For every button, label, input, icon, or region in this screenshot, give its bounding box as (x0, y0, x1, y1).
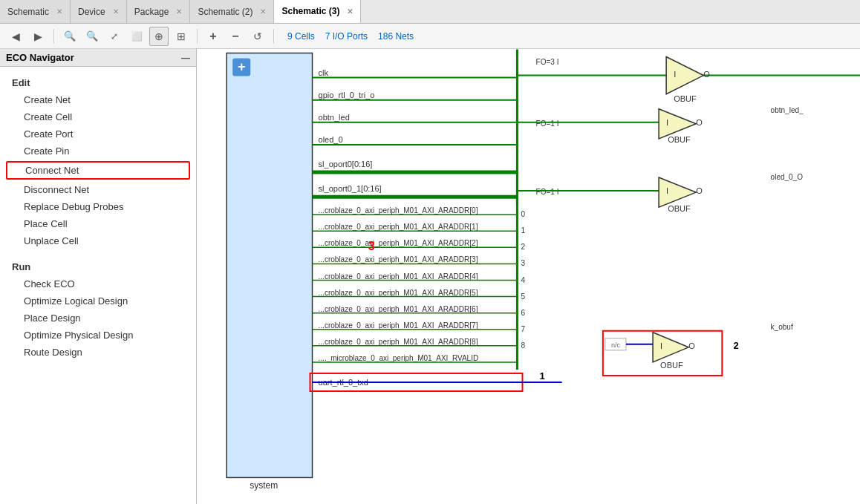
svg-text:oled_0_O: oled_0_O (771, 173, 804, 181)
back-button[interactable]: ◀ (6, 27, 25, 46)
main-layout: ECO Navigator — Edit Create Net Create C… (0, 49, 860, 504)
tab-close-device[interactable]: ✕ (113, 7, 119, 16)
svg-text:n/c: n/c (611, 341, 621, 349)
toolbar-separator-1 (53, 29, 54, 44)
schematic-panel[interactable]: + clk gpio_rtl_0_tri_o obtn_led oled_0 s… (197, 49, 860, 504)
nav-create-net[interactable]: Create Net (0, 91, 196, 108)
remove-button[interactable]: − (226, 27, 245, 46)
ports-stat[interactable]: 7 I/O Ports (325, 31, 368, 42)
tab-label: Device (78, 7, 105, 17)
tab-device[interactable]: Device ✕ (71, 0, 127, 23)
svg-text:I: I (666, 118, 668, 127)
svg-text:clk: clk (319, 68, 329, 77)
svg-text:system: system (250, 480, 278, 491)
nav-replace-debug-probes[interactable]: Replace Debug Probes (0, 198, 196, 215)
crosshair-button[interactable]: ⊕ (149, 27, 169, 46)
svg-text:0: 0 (521, 210, 525, 218)
toolbar-separator-3 (273, 29, 274, 44)
nav-create-pin[interactable]: Create Pin (0, 143, 196, 160)
svg-text:I: I (674, 70, 676, 79)
tab-schematic3[interactable]: Schematic (3) ✕ (274, 0, 361, 23)
tab-close-package[interactable]: ✕ (176, 7, 182, 16)
svg-text:...croblaze_0_axi_periph_M01_A: ...croblaze_0_axi_periph_M01_AXI_ARADDR[… (319, 255, 478, 264)
svg-text:FO=1    I: FO=1 I (536, 120, 559, 128)
nav-place-design[interactable]: Place Design (0, 310, 196, 327)
tab-package[interactable]: Package ✕ (127, 0, 191, 23)
panel-title: ECO Navigator (6, 52, 74, 63)
svg-text:...croblaze_0_axi_periph_M01_A: ...croblaze_0_axi_periph_M01_AXI_ARADDR[… (319, 223, 478, 231)
nav-check-eco[interactable]: Check ECO (0, 275, 196, 292)
svg-text:OBUF: OBUF (660, 361, 683, 370)
schematic-toolbar: ◀ ▶ 🔍 🔍 ⤢ ⬜ ⊕ ⊞ + − ↺ 9 Cells 7 I/O Port… (0, 24, 860, 49)
svg-rect-1 (227, 53, 312, 477)
svg-text:7: 7 (521, 325, 525, 333)
svg-text:...croblaze_0_axi_periph_M01_A: ...croblaze_0_axi_periph_M01_AXI_ARADDR[… (319, 338, 478, 346)
panel-header: ECO Navigator — (0, 49, 196, 67)
svg-text:I: I (660, 341, 662, 350)
tab-label: Schematic (7, 7, 49, 17)
svg-text:OBUF: OBUF (668, 135, 691, 144)
nets-stat[interactable]: 186 Nets (378, 31, 414, 42)
svg-text:sl_oport0_1[0:16]: sl_oport0_1[0:16] (319, 184, 382, 193)
refresh-button[interactable]: ↺ (248, 27, 267, 46)
edit-section-label: Edit (0, 73, 196, 91)
svg-text:2: 2 (521, 243, 525, 251)
nav-unplace-cell[interactable]: Unplace Cell (0, 232, 196, 249)
svg-text:...croblaze_0_axi_periph_M01_A: ...croblaze_0_axi_periph_M01_AXI_ARADDR[… (319, 239, 478, 247)
nav-optimize-physical-design[interactable]: Optimize Physical Design (0, 327, 196, 344)
minimize-button[interactable]: — (181, 53, 190, 63)
svg-text:4: 4 (521, 276, 525, 284)
tab-close-schematic2[interactable]: ✕ (260, 7, 266, 16)
svg-text:3: 3 (521, 259, 525, 267)
tab-schematic2[interactable]: Schematic (2) ✕ (190, 0, 274, 23)
add-button[interactable]: + (203, 27, 223, 46)
svg-text:sl_oport0[0:16]: sl_oport0[0:16] (319, 160, 373, 168)
svg-text:5: 5 (521, 292, 525, 301)
svg-text:8: 8 (521, 341, 525, 350)
svg-text:oled_0: oled_0 (319, 135, 343, 144)
svg-text:I: I (666, 186, 668, 195)
nav-optimize-logical-design[interactable]: Optimize Logical Design (0, 292, 196, 310)
svg-text:...croblaze_0_axi_periph_M01_A: ...croblaze_0_axi_periph_M01_AXI_ARADDR[… (319, 272, 478, 281)
tab-label: Schematic (3) (281, 6, 339, 16)
panel-scroll[interactable]: Edit Create Net Create Cell Create Port … (0, 67, 196, 504)
nav-disconnect-net[interactable]: Disconnect Net (0, 181, 196, 198)
fit-button[interactable]: ⤢ (105, 27, 124, 46)
nav-create-port[interactable]: Create Port (0, 125, 196, 143)
svg-text:obtn_led_: obtn_led_ (771, 106, 804, 114)
svg-text:3: 3 (368, 239, 375, 252)
svg-text:1: 1 (521, 226, 525, 235)
svg-text:OBUF: OBUF (674, 94, 697, 103)
svg-text:O: O (696, 118, 703, 127)
schematic-svg: + clk gpio_rtl_0_tri_o obtn_led oled_0 s… (197, 49, 860, 504)
tab-label: Schematic (2) (198, 7, 253, 17)
tab-schematic1[interactable]: Schematic ✕ (0, 0, 71, 23)
svg-text:...croblaze_0_axi_periph_M01_A: ...croblaze_0_axi_periph_M01_AXI_ARADDR[… (319, 206, 478, 215)
route-button[interactable]: ⊞ (172, 27, 191, 46)
toolbar-separator-2 (197, 29, 198, 44)
svg-text:O: O (696, 186, 703, 195)
svg-text:O: O (688, 341, 695, 350)
eco-navigator-panel: ECO Navigator — Edit Create Net Create C… (0, 49, 197, 504)
zoom-out-button[interactable]: 🔍 (82, 27, 102, 46)
svg-text:6: 6 (521, 309, 525, 317)
nav-create-cell[interactable]: Create Cell (0, 108, 196, 125)
svg-text:FO=3    I: FO=3 I (536, 58, 559, 66)
svg-text:+: + (238, 59, 246, 74)
forward-button[interactable]: ▶ (28, 27, 48, 46)
svg-text:obtn_led: obtn_led (319, 113, 350, 122)
svg-text:O: O (703, 70, 710, 79)
schematic-canvas[interactable]: + clk gpio_rtl_0_tri_o obtn_led oled_0 s… (197, 49, 860, 504)
tab-close-schematic3[interactable]: ✕ (347, 7, 353, 16)
svg-text:OBUF: OBUF (668, 204, 691, 213)
tab-close-schematic1[interactable]: ✕ (56, 7, 62, 16)
fit-selection-button[interactable]: ⬜ (127, 27, 146, 46)
svg-text:...croblaze_0_axi_periph_M01_A: ...croblaze_0_axi_periph_M01_AXI_ARADDR[… (319, 305, 478, 313)
nav-route-design[interactable]: Route Design (0, 344, 196, 361)
nav-place-cell[interactable]: Place Cell (0, 215, 196, 232)
zoom-in-button[interactable]: 🔍 (60, 27, 79, 46)
svg-text:...croblaze_0_axi_periph_M01_A: ...croblaze_0_axi_periph_M01_AXI_ARADDR[… (319, 321, 478, 330)
cells-stat[interactable]: 9 Cells (287, 31, 315, 42)
svg-text:k_obuf: k_obuf (771, 323, 793, 331)
nav-connect-net[interactable]: Connect Net (6, 161, 190, 180)
